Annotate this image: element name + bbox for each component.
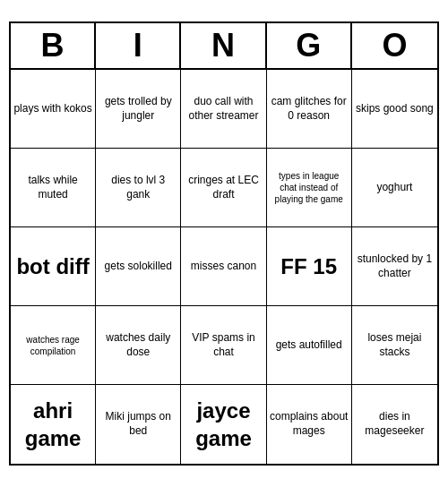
bingo-cell-18: gets autofilled: [267, 306, 352, 385]
bingo-letter-n: N: [181, 23, 266, 68]
bingo-cell-19: loses mejai stacks: [352, 306, 437, 385]
bingo-letter-o: O: [352, 23, 437, 68]
bingo-cell-8: types in league chat instead of playing …: [267, 149, 352, 227]
bingo-cell-24: dies in mageseeker: [352, 385, 437, 464]
bingo-cell-23: complains about mages: [267, 385, 352, 464]
bingo-cell-0: plays with kokos: [11, 70, 96, 149]
bingo-cell-20: ahri game: [11, 385, 96, 464]
bingo-cell-2: duo call with other streamer: [181, 70, 266, 149]
bingo-cell-7: cringes at LEC draft: [181, 149, 266, 227]
bingo-letter-i: I: [96, 23, 181, 68]
bingo-cell-1: gets trolled by jungler: [96, 70, 181, 149]
bingo-cell-22: jayce game: [181, 385, 266, 464]
bingo-cell-15: watches rage compilation: [11, 306, 96, 385]
bingo-grid: plays with kokosgets trolled by junglerd…: [11, 70, 437, 464]
bingo-cell-6: dies to lvl 3 gank: [96, 149, 181, 227]
bingo-cell-12: misses canon: [181, 227, 266, 306]
bingo-letter-b: B: [11, 23, 96, 68]
bingo-letter-g: G: [267, 23, 352, 68]
bingo-cell-4: skips good song: [352, 70, 437, 149]
bingo-cell-5: talks while muted: [11, 149, 96, 227]
bingo-cell-11: gets solokilled: [96, 227, 181, 306]
bingo-cell-10: bot diff: [11, 227, 96, 306]
bingo-card: BINGO plays with kokosgets trolled by ju…: [9, 21, 439, 466]
bingo-cell-14: stunlocked by 1 chatter: [352, 227, 437, 306]
bingo-cell-3: cam glitches for 0 reason: [267, 70, 352, 149]
bingo-cell-21: Miki jumps on bed: [96, 385, 181, 464]
bingo-cell-13: FF 15: [267, 227, 352, 306]
bingo-header: BINGO: [11, 23, 437, 70]
bingo-cell-16: watches daily dose: [96, 306, 181, 385]
bingo-cell-9: yoghurt: [352, 149, 437, 227]
bingo-cell-17: VIP spams in chat: [181, 306, 266, 385]
